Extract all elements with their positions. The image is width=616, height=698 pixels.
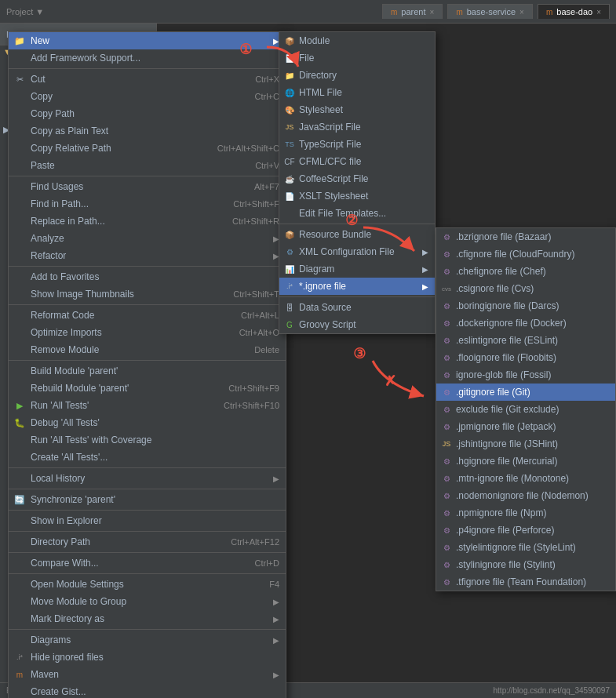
sub-new-cfml[interactable]: CF CFML/CFC file [279,153,435,170]
tab-parent[interactable]: m parent × [382,4,443,19]
sub-ignore-icon: .i* [283,282,296,290]
tab-base-service[interactable]: m base-service × [447,4,533,19]
submenu-new: 📦 Module 📄 File 📁 Directory 🌐 HTML File … [279,31,436,334]
ctx-item-hide-ignored[interactable]: .i* Hide ignored files [9,649,286,666]
ctx-item-copy-path[interactable]: Copy Path [9,105,286,122]
ctx-add-framework-label: Add Framework Support... [31,53,279,64]
sub-file-icon: 📄 [283,54,296,63]
sub-gitignore[interactable]: ⚙ .gitignore file (Git) [436,384,615,401]
ctx-item-replace-path[interactable]: Replace in Path... Ctrl+Shift+R [9,213,286,230]
sub-new-coffee[interactable]: ☕ CoffeeScript File [279,170,435,187]
ctx-item-find-usages[interactable]: Find Usages Alt+F7 [9,178,286,195]
sub-dockerignore-label: .dockerignore file (Docker) [456,318,567,329]
sub-nodemonignore[interactable]: ⚙ .nodemonignore file (Nodemon) [436,487,615,504]
ctx-item-diagrams[interactable]: Diagrams ▶ [9,631,286,649]
sub-hgignore[interactable]: ⚙ .hgignore file (Mercurial) [436,453,615,470]
sub-stylelintignore[interactable]: ⚙ .stylelintignore file (StyleLint) [436,539,615,556]
sub-mtnignore[interactable]: ⚙ .mtn-ignore file (Monotone) [436,470,615,487]
ctx-run-coverage-label: Run 'All Tests' with Coverage [31,434,279,445]
ctx-item-copy[interactable]: Copy Ctrl+C [9,88,286,105]
sub-new-module[interactable]: 📦 Module [279,32,435,49]
sub-new-js[interactable]: JS JavaScript File [279,118,435,136]
ctx-item-copy-relative[interactable]: Copy Relative Path Ctrl+Alt+Shift+C [9,140,286,157]
tab-base-service-label: base-service [467,7,516,16]
ctx-item-compare[interactable]: Compare With... Ctrl+D [9,554,286,572]
ctx-sep-2 [9,176,286,176]
sub-new-file[interactable]: 📄 File [279,49,435,67]
ctx-item-paste[interactable]: Paste Ctrl+V [9,157,286,174]
ctx-item-image-thumbnails[interactable]: Show Image Thumbnails Ctrl+Shift+T [9,285,286,303]
sub-new-edit-templates[interactable]: Edit File Templates... [279,205,435,222]
ctx-item-reformat[interactable]: Reformat Code Ctrl+Alt+L [9,307,286,324]
sub-new-datasource[interactable]: 🗄 Data Source [279,299,435,316]
ctx-item-open-module-settings[interactable]: Open Module Settings F4 [9,576,286,593]
sub-tfignore[interactable]: ⚙ .tfignore file (Team Foundation) [436,573,615,591]
sub-boringignore[interactable]: ⚙ .boringignore file (Darcs) [436,297,615,314]
ctx-item-run-tests[interactable]: ▶ Run 'All Tests' Ctrl+Shift+F10 [9,397,286,414]
ctx-item-move-module[interactable]: Move Module to Group ▶ [9,593,286,610]
sub-new-resource-bundle[interactable]: 📦 Resource Bundle [279,226,435,243]
sub-new-html[interactable]: 🌐 HTML File [279,84,435,101]
ctx-item-add-favorites[interactable]: Add to Favorites [9,268,286,285]
sub-stylelint-icon: ⚙ [440,543,453,552]
ctx-item-local-history[interactable]: Local History ▶ [9,470,286,487]
sub-fossil-icon: ⚙ [440,371,453,380]
ctx-item-cut[interactable]: ✂ Cut Ctrl+X [9,71,286,88]
sub-eslintignore[interactable]: ⚙ .eslintignore file (ESLint) [436,332,615,349]
ctx-item-build[interactable]: Build Module 'parent' [9,362,286,380]
sub-new-ts[interactable]: TS TypeScript File [279,136,435,153]
sub-bzrignore[interactable]: ⚙ .bzrignore file (Bazaar) [436,228,615,245]
ctx-item-show-explorer[interactable]: Show in Explorer [9,512,286,529]
ctx-item-refactor[interactable]: Refactor ▶ [9,247,286,264]
sub-html-icon: 🌐 [283,89,296,97]
sub-chefignore[interactable]: ⚙ .chefignore file (Chef) [436,263,615,280]
sub-hgignore-label: .hgignore file (Mercurial) [456,456,557,467]
ctx-item-rebuild[interactable]: Rebuild Module 'parent' Ctrl+Shift+F9 [9,380,286,397]
sub-ignore-glob[interactable]: ⚙ ignore-glob file (Fossil) [436,366,615,384]
ctx-item-synchronize[interactable]: 🔄 Synchronize 'parent' [9,491,286,508]
sub-p4ignore[interactable]: ⚙ .p4ignore file (Perforce) [436,522,615,539]
sub-npmignore[interactable]: ⚙ .npmignore file (Npm) [436,504,615,522]
tab-bar: Project ▼ m parent × m base-service × m … [0,0,616,24]
ctx-item-analyze[interactable]: Analyze ▶ [9,230,286,247]
ctx-item-add-framework[interactable]: Add Framework Support... [9,49,286,67]
sub-new-xslt[interactable]: 📄 XSLT Stylesheet [279,187,435,205]
sub-new-ignore[interactable]: .i* *.ignore file ▶ [279,278,435,295]
tab-base-dao[interactable]: m base-dao × [538,4,610,19]
ctx-item-dir-path[interactable]: Directory Path Ctrl+Alt+F12 [9,533,286,551]
sub-cfignore[interactable]: ⚙ .cfignore file (CloudFoundry) [436,245,615,263]
ctx-item-mark-dir[interactable]: Mark Directory as ▶ [9,610,286,627]
sub-jshintignore[interactable]: JS .jshintignore file (JSHint) [436,435,615,453]
ctx-item-create-gist[interactable]: Create Gist... [9,683,286,698]
sub-stylin-icon: ⚙ [440,561,453,569]
sub-new-diagram[interactable]: 📊 Diagram ▶ [279,260,435,278]
sub-dockerignore[interactable]: ⚙ .dockerignore file (Docker) [436,314,615,332]
tab-parent-close[interactable]: × [430,8,435,16]
ctx-item-debug-tests[interactable]: 🐛 Debug 'All Tests' [9,414,286,431]
sub-new-groovy[interactable]: G Groovy Script [279,316,435,333]
sub-cvs-icon: cvs [440,285,453,293]
ctx-create-tests-label: Create 'All Tests'... [31,452,279,463]
ctx-item-find-path[interactable]: Find in Path... Ctrl+Shift+F [9,195,286,213]
sub-flooignore[interactable]: ⚙ .flooignore file (Floobits) [436,349,615,366]
sub-csignore[interactable]: cvs .csignore file (Cvs) [436,280,615,297]
sub-jpmignore[interactable]: ⚙ .jpmignore file (Jetpack) [436,418,615,435]
sub-new-directory[interactable]: 📁 Directory [279,67,435,84]
ctx-maven-icon: m [13,671,27,679]
ctx-sep-9 [9,531,286,532]
ctx-item-copy-plain[interactable]: Copy as Plain Text [9,122,286,140]
sub-new-xml-config[interactable]: ⚙ XML Configuration File ▶ [279,243,435,260]
ctx-item-new[interactable]: 📁 New ▶ [9,32,286,49]
ctx-item-run-coverage[interactable]: Run 'All Tests' with Coverage [9,431,286,449]
tab-base-service-close[interactable]: × [519,8,524,16]
sub-git-exclude[interactable]: ⚙ exclude file (Git exclude) [436,401,615,418]
ctx-item-optimize[interactable]: Optimize Imports Ctrl+Alt+O [9,324,286,341]
ctx-mark-dir-arrow: ▶ [273,615,279,623]
sub-new-stylesheet[interactable]: 🎨 Stylesheet [279,101,435,118]
ctx-item-create-tests[interactable]: Create 'All Tests'... [9,449,286,466]
ctx-item-maven[interactable]: m Maven ▶ [9,666,286,683]
tab-base-dao-close[interactable]: × [596,8,601,16]
sub-stylinignore[interactable]: ⚙ .stylinignore file (Stylint) [436,556,615,573]
ctx-sync-icon: 🔄 [13,495,27,505]
ctx-item-remove-module[interactable]: Remove Module Delete [9,341,286,358]
